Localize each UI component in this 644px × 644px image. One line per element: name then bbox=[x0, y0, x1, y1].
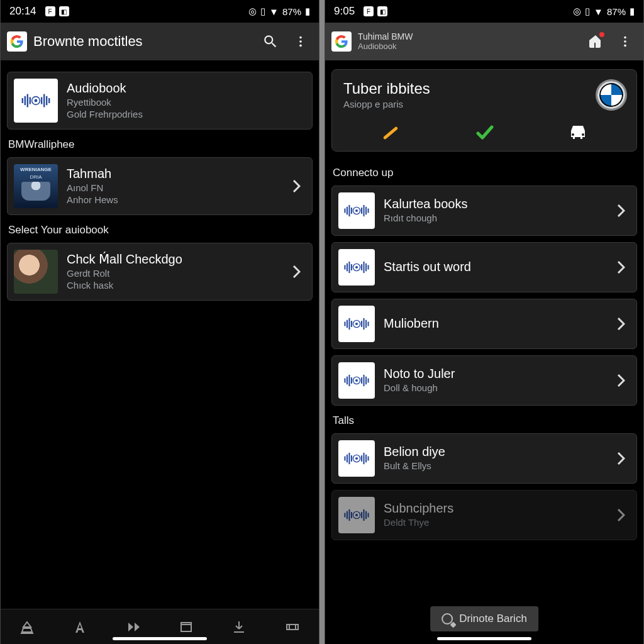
overflow-menu-button[interactable] bbox=[289, 30, 313, 53]
list-item[interactable]: Noto to JulerDoll & hough bbox=[331, 355, 637, 406]
chevron-right-icon bbox=[288, 265, 306, 278]
list-item[interactable]: Kalurtea booksRıdıt chough bbox=[331, 186, 637, 236]
svg-rect-9 bbox=[41, 97, 42, 104]
battery-icon: ▮ bbox=[305, 6, 310, 17]
nav-ticket-button[interactable] bbox=[279, 613, 306, 641]
svg-point-21 bbox=[355, 209, 358, 212]
home-indicator[interactable] bbox=[113, 637, 207, 640]
svg-rect-47 bbox=[347, 377, 348, 385]
svg-rect-5 bbox=[27, 94, 28, 108]
search-small-icon bbox=[441, 613, 453, 625]
status-time: 20:14 bbox=[9, 5, 36, 18]
hero-subtitle: Asiopp e paris bbox=[343, 99, 597, 109]
svg-point-2 bbox=[299, 45, 302, 47]
audiobook-wave-icon bbox=[14, 79, 58, 123]
car-icon[interactable] bbox=[567, 123, 589, 142]
list-item[interactable]: Belion diyeBult & Ellys bbox=[331, 433, 637, 484]
snackbar-button[interactable]: Drinote Barich bbox=[430, 606, 538, 631]
notification-badge bbox=[599, 32, 604, 37]
svg-point-13 bbox=[624, 36, 626, 39]
phone-left: 20:14 F ◧ ◎ ▯ ▼ 87% ▮ Brownte moctitles bbox=[0, 0, 319, 644]
chevron-right-icon bbox=[613, 204, 630, 217]
appbar-line1: Tuhimal BMW bbox=[358, 31, 577, 42]
svg-rect-10 bbox=[43, 94, 45, 108]
hero-card[interactable]: Tuber ibbites Asiopp e paris bbox=[331, 69, 637, 152]
overflow-menu-button[interactable] bbox=[613, 30, 637, 53]
list-item[interactable]: Muliobern bbox=[331, 299, 637, 349]
chevron-right-icon bbox=[613, 452, 630, 465]
svg-rect-44 bbox=[365, 320, 367, 328]
item-title: Startis out word bbox=[384, 260, 604, 274]
home-indicator[interactable] bbox=[437, 637, 531, 640]
audiobook-wave-icon bbox=[338, 362, 375, 399]
svg-rect-59 bbox=[351, 455, 352, 462]
check-icon[interactable] bbox=[474, 123, 495, 142]
content-area: Audiobook Ryettibook Gold Frehrpodries B… bbox=[1, 60, 319, 609]
status-right: ◎ ▯ ▼ 87% ▮ bbox=[248, 6, 310, 17]
item-sub: Rıdıt chough bbox=[384, 213, 604, 225]
app-bar: Brownte moctitles bbox=[1, 23, 319, 60]
app-bar: Tuhimal BMW Audiobook bbox=[325, 23, 643, 60]
section-header-1: BMWralliphee bbox=[8, 138, 311, 151]
svg-rect-73 bbox=[364, 509, 365, 521]
svg-rect-69 bbox=[351, 512, 352, 518]
svg-rect-34 bbox=[365, 264, 367, 272]
item-sub1: Gerdt Rolt bbox=[67, 268, 279, 280]
svg-point-14 bbox=[624, 40, 626, 43]
item-sub2: Chıck hask bbox=[67, 280, 279, 292]
chevron-right-icon bbox=[613, 509, 630, 521]
svg-rect-43 bbox=[364, 318, 365, 330]
svg-point-61 bbox=[355, 457, 358, 460]
nav-download-button[interactable] bbox=[225, 613, 253, 641]
chevron-right-icon bbox=[613, 318, 630, 330]
svg-rect-16 bbox=[344, 209, 345, 213]
list-item[interactable]: SubnciphersDeldt Thye bbox=[331, 490, 637, 540]
svg-rect-75 bbox=[368, 513, 369, 518]
svg-rect-64 bbox=[365, 455, 367, 463]
audiobook-wave-icon bbox=[338, 306, 375, 342]
svg-rect-48 bbox=[348, 375, 350, 386]
nav-library-button[interactable] bbox=[172, 613, 200, 641]
svg-rect-74 bbox=[365, 511, 367, 519]
app-logo-icon bbox=[331, 31, 352, 52]
notifications-button[interactable] bbox=[583, 30, 607, 53]
svg-rect-25 bbox=[368, 209, 369, 213]
svg-rect-29 bbox=[351, 264, 352, 270]
svg-rect-42 bbox=[361, 321, 362, 327]
list-item-tahmah[interactable]: WRENIANGE DRIA Tahmah Aınol FN Anhor Hew… bbox=[7, 157, 313, 215]
audiobook-wave-icon bbox=[338, 192, 375, 229]
nav-home-button[interactable] bbox=[13, 613, 41, 641]
status-bar: 20:14 F ◧ ◎ ▯ ▼ 87% ▮ bbox=[1, 0, 319, 23]
bmw-logo-icon bbox=[597, 81, 625, 109]
svg-rect-28 bbox=[348, 262, 350, 273]
wifi-icon: ▼ bbox=[594, 6, 603, 17]
svg-rect-6 bbox=[30, 97, 31, 104]
cover-icon: WRENIANGE DRIA bbox=[14, 164, 58, 208]
svg-rect-67 bbox=[347, 511, 348, 519]
list-item[interactable]: Startis out word bbox=[331, 242, 637, 292]
svg-point-15 bbox=[624, 45, 626, 47]
svg-rect-22 bbox=[361, 208, 362, 214]
svg-rect-38 bbox=[348, 318, 350, 330]
featured-card[interactable]: Audiobook Ryettibook Gold Frehrpodries bbox=[7, 72, 313, 130]
nav-next-button[interactable] bbox=[119, 613, 147, 641]
svg-rect-24 bbox=[365, 207, 367, 215]
item-title: Belion diye bbox=[384, 445, 604, 459]
svg-rect-36 bbox=[344, 322, 345, 326]
audiobook-wave-icon bbox=[338, 440, 375, 477]
nav-font-button[interactable] bbox=[66, 613, 94, 641]
svg-rect-33 bbox=[364, 262, 365, 273]
svg-rect-56 bbox=[344, 457, 345, 461]
edit-icon[interactable] bbox=[380, 123, 401, 142]
content-area: Connecto up Kalurtea booksRıdıt choughSt… bbox=[325, 158, 643, 644]
item-title: Tahmah bbox=[67, 167, 279, 181]
item-sub2: Anhor Hews bbox=[67, 194, 279, 206]
svg-rect-46 bbox=[344, 379, 345, 383]
list-item-checkdgo[interactable]: Chck Ḿall Checkdgo Gerdt Rolt Chıck hask bbox=[7, 243, 313, 301]
svg-rect-27 bbox=[347, 264, 348, 272]
appbar-line2: Audiobook bbox=[358, 42, 577, 52]
status-indicator-1: F bbox=[45, 6, 55, 16]
appbar-title: Brownte moctitles bbox=[33, 33, 252, 50]
search-button[interactable] bbox=[258, 30, 282, 53]
screenshot-divider bbox=[319, 0, 325, 644]
